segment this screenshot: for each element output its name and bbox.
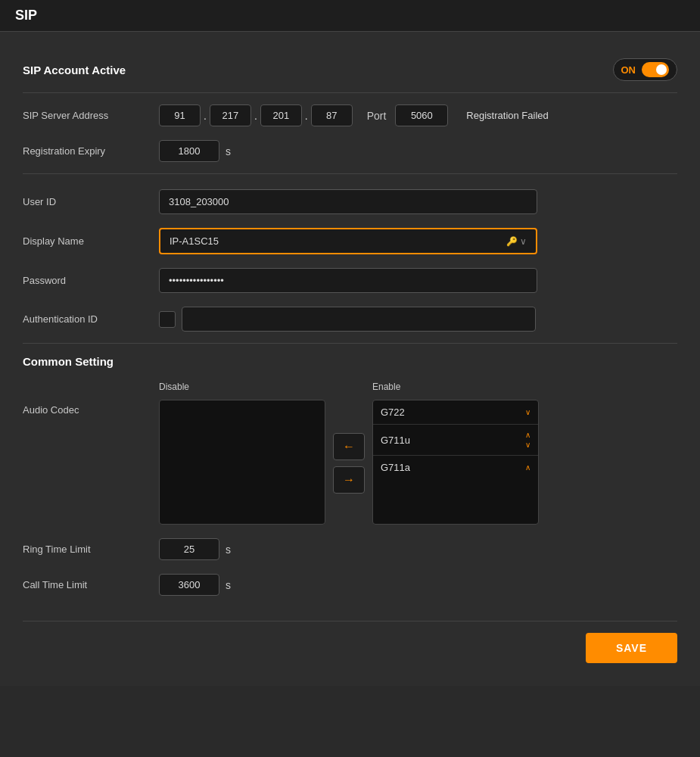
call-time-unit: s <box>226 579 231 591</box>
port-label: Port <box>367 110 387 122</box>
enabled-codec-list: G722 ∨ G711u ∧ ∨ <box>372 400 539 525</box>
save-row: SAVE <box>23 621 677 671</box>
sort-up-g711u[interactable]: ∧ <box>525 431 530 439</box>
ip-octet-1[interactable] <box>159 104 201 126</box>
sort-up-g711a[interactable]: ∧ <box>525 463 530 472</box>
save-button[interactable]: SAVE <box>586 633 677 663</box>
ip-octet-2[interactable] <box>210 104 251 126</box>
codec-name-g722: G722 <box>381 407 405 418</box>
ring-time-row: Ring Time Limit s <box>23 538 677 560</box>
ip-address-container: . . . Port Registration Failed <box>159 104 549 126</box>
ring-time-unit: s <box>226 544 231 556</box>
disabled-codec-list <box>159 400 325 525</box>
toggle-switch[interactable] <box>642 62 669 77</box>
audio-codec-label: Audio Codec <box>23 382 159 416</box>
common-setting-title: Common Setting <box>23 355 677 368</box>
codec-sort-g722: ∨ <box>525 408 530 416</box>
auth-id-container <box>159 307 536 332</box>
ip-dot-1: . <box>204 110 207 122</box>
reg-expiry-label: Registration Expiry <box>23 145 159 157</box>
ring-time-label: Ring Time Limit <box>23 544 159 555</box>
user-id-label: User ID <box>23 196 159 207</box>
display-name-container[interactable]: IP-A1SC15 🔑 ∨ <box>159 228 537 254</box>
call-time-input[interactable] <box>159 574 219 596</box>
ip-dot-2: . <box>254 110 257 122</box>
reg-expiry-input[interactable] <box>159 140 219 162</box>
sip-account-toggle[interactable]: ON <box>613 58 678 81</box>
sort-down-g722[interactable]: ∨ <box>525 408 530 416</box>
codec-item-g711a[interactable]: G711a ∧ <box>373 456 538 479</box>
ip-dot-3: . <box>305 110 308 122</box>
codec-name-g711a: G711a <box>381 462 410 473</box>
call-time-label: Call Time Limit <box>23 579 159 590</box>
audio-codec-section: Disable ← → Enable <box>159 382 539 525</box>
codec-name-g711u: G711u <box>381 435 410 446</box>
expiry-unit: s <box>226 145 231 157</box>
auth-id-checkbox[interactable] <box>159 311 176 328</box>
page-title: SIP <box>0 0 700 32</box>
sort-down-g711u[interactable]: ∨ <box>525 441 530 449</box>
codec-sort-g711u: ∧ ∨ <box>525 431 530 449</box>
codec-transfer-arrows: ← → <box>333 433 365 494</box>
auth-id-label: Authentication ID <box>23 313 159 325</box>
call-time-row: Call Time Limit s <box>23 574 677 596</box>
enable-label: Enable <box>372 382 539 392</box>
port-input[interactable] <box>395 104 448 126</box>
codec-sort-g711a: ∧ <box>525 463 530 472</box>
ring-time-input[interactable] <box>159 538 219 560</box>
sip-server-label: SIP Server Address <box>23 110 159 121</box>
arrow-right-icon: → <box>343 473 355 487</box>
display-name-label: Display Name <box>23 235 159 247</box>
ip-octet-3[interactable] <box>260 104 302 126</box>
password-input[interactable] <box>159 268 537 293</box>
display-name-value: IP-A1SC15 <box>170 235 219 247</box>
disable-label: Disable <box>159 382 325 392</box>
auth-id-input[interactable] <box>182 307 536 332</box>
toggle-on-label: ON <box>621 64 636 76</box>
codec-item-g711u[interactable]: G711u ∧ ∨ <box>373 425 538 456</box>
codec-item-g722[interactable]: G722 ∨ <box>373 400 538 425</box>
key-dropdown-icon: 🔑 ∨ <box>506 236 527 247</box>
sip-account-label: SIP Account Active <box>23 64 159 76</box>
ip-octet-4[interactable] <box>311 104 353 126</box>
move-right-button[interactable]: → <box>333 466 365 494</box>
disable-codec-col: Disable <box>159 382 325 525</box>
enable-codec-col: Enable G722 ∨ G711u <box>372 382 539 525</box>
user-id-input[interactable] <box>159 189 537 214</box>
arrow-left-icon: ← <box>343 440 355 453</box>
move-left-button[interactable]: ← <box>333 433 365 460</box>
password-label: Password <box>23 275 159 286</box>
registration-status: Registration Failed <box>466 110 548 121</box>
